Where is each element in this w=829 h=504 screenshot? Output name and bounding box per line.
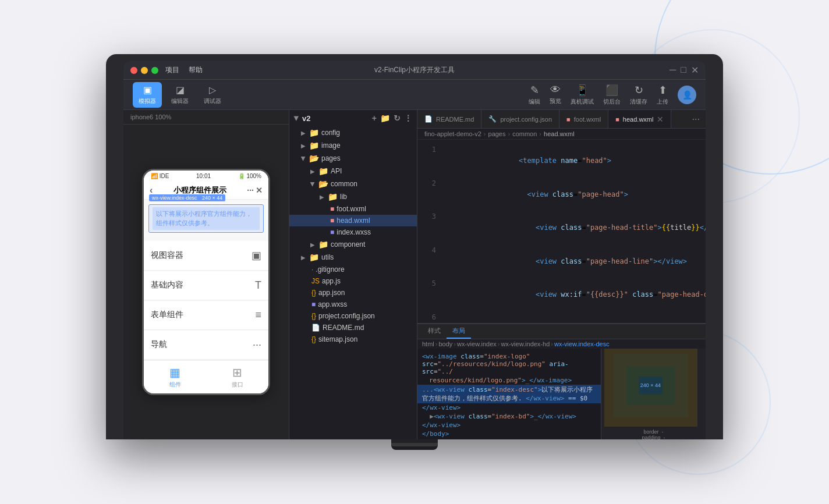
new-folder-icon[interactable]: 📁: [380, 113, 390, 123]
phone-panel: iphone6 100% 📶 IDE 10:01 🔋 100%: [123, 110, 289, 439]
tab-readme[interactable]: 📄 README.md: [417, 110, 481, 128]
menu-item-help[interactable]: 帮助: [189, 65, 203, 75]
win-action-minimize[interactable]: ─: [669, 65, 676, 76]
tab-foot-wxml[interactable]: ■ foot.wxml: [559, 110, 608, 128]
toolbar-clearcache-action[interactable]: ↻ 清缓存: [630, 84, 647, 106]
toolbar-simulator-btn[interactable]: ▣ 模拟器: [133, 82, 162, 108]
refresh-tree-icon[interactable]: ↻: [394, 113, 401, 123]
html-line-image-cont: resources/kind/logo.png": [429, 377, 522, 384]
toolbar-realdevice-action[interactable]: 📱 真机调试: [571, 84, 594, 106]
tree-item-app-wxss[interactable]: ■ app.wxss: [289, 299, 417, 310]
toolbar-background-action[interactable]: ⬛ 切后台: [603, 84, 621, 106]
toolbar-upload-action[interactable]: ⬆ 上传: [657, 84, 668, 106]
toolbar-edit-action[interactable]: ✎ 编辑: [529, 84, 540, 106]
list-item-form[interactable]: 表单组件 ≡: [144, 301, 268, 330]
devtools-panel: 样式 布局 html › body › wx-view.index ›: [417, 323, 706, 439]
tree-item-gitignore[interactable]: · .gitignore: [289, 264, 417, 275]
tree-item-api[interactable]: ▶ 📁 API: [289, 165, 417, 178]
html-bc-body[interactable]: body: [438, 340, 452, 347]
file-tree-actions: + 📁 ↻ ⋮: [372, 113, 412, 123]
breadcrumb-common[interactable]: common: [512, 130, 537, 137]
tree-item-head-wxml[interactable]: ■ head.wxml: [289, 215, 417, 226]
file-icon-sitemap: {}: [311, 335, 316, 343]
tree-item-pages[interactable]: ▶ 📂 pages: [289, 152, 417, 165]
user-avatar[interactable]: 👤: [678, 86, 696, 104]
tree-item-component[interactable]: ▶ 📁 component: [289, 238, 417, 251]
interface-nav-icon: ⊞: [232, 365, 242, 379]
tree-label-readme: README.md: [323, 324, 364, 332]
maximize-button[interactable]: [151, 67, 158, 74]
tree-item-config[interactable]: ▶ 📁 config: [289, 126, 417, 139]
html-line-close1[interactable]: </wx-view>: [417, 403, 601, 412]
phone-panel-header: iphone6 100%: [123, 110, 289, 125]
tree-item-project-config[interactable]: {} project.config.json: [289, 310, 417, 322]
devtools-tab-layout[interactable]: 布局: [447, 324, 471, 339]
tree-item-readme[interactable]: 📄 README.md: [289, 322, 417, 333]
line-num-5: 5: [417, 278, 436, 312]
html-bc-index-desc[interactable]: wx-view.index-desc: [554, 340, 610, 347]
html-line-close2[interactable]: </wx-view>: [417, 421, 601, 430]
list-item-nav[interactable]: 导航 ···: [144, 331, 268, 360]
html-line-html-close[interactable]: </html>: [417, 438, 601, 439]
refresh-icon: ↻: [635, 84, 643, 97]
win-action-maximize[interactable]: □: [681, 65, 686, 76]
tree-label-appwxss: app.wxss: [318, 300, 347, 308]
phone-title-actions[interactable]: ··· ✕: [247, 186, 263, 195]
toolbar-preview-action[interactable]: 👁 预览: [550, 84, 561, 105]
caret-image: ▶: [301, 143, 306, 149]
tab-project-config[interactable]: 🔧 project.config.json: [481, 110, 559, 128]
close-button[interactable]: [130, 67, 137, 74]
folder-icon-component: 📁: [318, 240, 328, 249]
devtools-tabs: 样式 布局: [417, 324, 706, 339]
head-tab-close[interactable]: ✕: [657, 115, 664, 123]
menu-item-project[interactable]: 项目: [165, 65, 179, 75]
phone-signal: 📶 IDE: [151, 173, 169, 179]
devtools-tab-styles[interactable]: 样式: [422, 324, 447, 339]
tree-item-app-json[interactable]: {} app.json: [289, 287, 417, 299]
html-line-index-bd[interactable]: ▶<wx-view class="index-bd">_</wx-view>: [417, 412, 601, 421]
component-nav-label: 组件: [169, 381, 181, 389]
code-editor[interactable]: 1 <template name="head"> 2 <view class="…: [417, 140, 706, 323]
folder-icon-config: 📁: [309, 128, 319, 137]
collapse-icon[interactable]: ⋮: [404, 113, 412, 123]
tree-item-image[interactable]: ▶ 📁 image: [289, 139, 417, 152]
tree-item-foot-wxml[interactable]: ■ foot.wxml: [289, 203, 417, 215]
folder-icon-lib: 📁: [328, 192, 338, 201]
breadcrumb-file[interactable]: head.wxml: [544, 130, 575, 137]
list-item-basic[interactable]: 基础内容 T: [144, 271, 268, 300]
list-item-view[interactable]: 视图容器 ▣: [144, 241, 268, 271]
window-controls: [130, 67, 158, 74]
html-bc-index-hd[interactable]: wx-view.index-hd: [501, 340, 550, 347]
simulator-label: 模拟器: [139, 97, 156, 105]
win-action-close[interactable]: ✕: [691, 65, 699, 76]
breadcrumb-root[interactable]: fino-applet-demo-v2: [424, 130, 481, 137]
list-item-basic-icon: T: [255, 279, 261, 292]
phone-nav-component[interactable]: ▦ 组件: [144, 361, 206, 393]
html-bc-index[interactable]: wx-view.index: [457, 340, 497, 347]
tree-item-app-js[interactable]: JS app.js: [289, 275, 417, 287]
tree-item-index-wxss[interactable]: ■ index.wxss: [289, 226, 417, 238]
breadcrumb-pages[interactable]: pages: [488, 130, 506, 137]
tab-more-button[interactable]: ···: [686, 114, 706, 125]
html-line-body-close[interactable]: </body>: [417, 430, 601, 438]
file-icon-appjs: JS: [311, 277, 320, 285]
phone-nav-interface[interactable]: ⊞ 接口: [206, 361, 268, 393]
tree-item-lib[interactable]: ▶ 📁 lib: [289, 190, 417, 203]
tree-item-sitemap[interactable]: {} sitemap.json: [289, 333, 417, 345]
phone-list: 视图容器 ▣ 基础内容 T 表单组件 ≡: [144, 241, 268, 360]
minimize-button[interactable]: [141, 67, 148, 74]
html-line-desc[interactable]: ...<wx-view class="index-desc">以下将展示小程序官…: [417, 385, 601, 403]
new-file-icon[interactable]: +: [372, 113, 377, 123]
caret-lib: ▶: [320, 194, 324, 200]
toolbar-editor-btn[interactable]: ◪ 编辑器: [165, 82, 194, 108]
tree-label-index-wxss: index.wxss: [336, 228, 371, 236]
code-content-2: <view class="page-head">: [443, 178, 701, 212]
tab-head-wxml[interactable]: ■ head.wxml ✕: [608, 110, 671, 128]
tree-item-common[interactable]: ▶ 📂 common: [289, 178, 417, 190]
tree-label-component: component: [331, 240, 365, 249]
html-line-image[interactable]: <wx-image class="index-logo" src="../res…: [417, 352, 601, 376]
app-window: 项目 帮助 v2-FinClip小程序开发工具 ─ □ ✕ ▣: [123, 61, 706, 439]
toolbar-debugger-btn[interactable]: ▷ 调试器: [198, 82, 227, 108]
tree-item-utils[interactable]: ▶ 📁 utils: [289, 251, 417, 264]
html-bc-html[interactable]: html: [422, 340, 434, 347]
